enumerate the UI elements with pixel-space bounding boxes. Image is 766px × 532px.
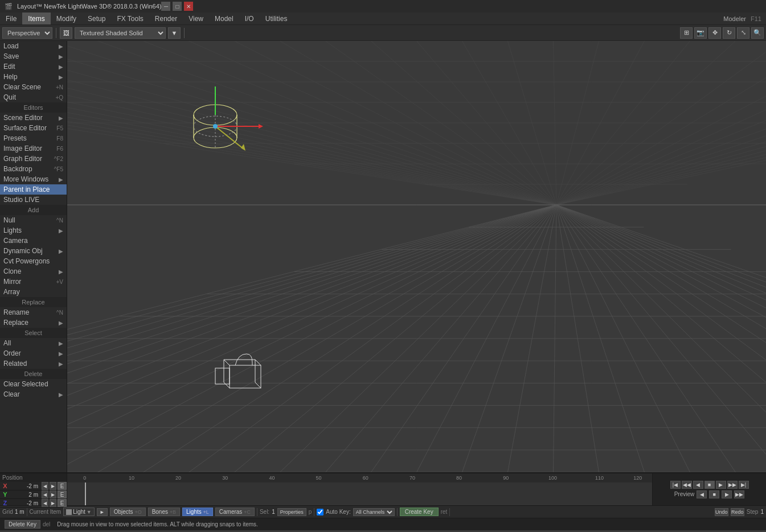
- auto-key-select[interactable]: All Channels Modified: [353, 508, 395, 516]
- menu-setup[interactable]: Setup: [82, 13, 111, 24]
- create-key-btn[interactable]: Create Key: [400, 508, 439, 516]
- sidebar-order[interactable]: Order ▶: [0, 348, 67, 358]
- menu-render[interactable]: Render: [149, 13, 183, 24]
- preview-stop-btn[interactable]: ■: [709, 490, 719, 498]
- menu-view[interactable]: View: [183, 13, 209, 24]
- properties-expand-btn[interactable]: ►: [97, 508, 108, 516]
- sidebar-load[interactable]: Load ▶: [0, 41, 67, 51]
- sidebar-clear-selected[interactable]: Clear Selected: [0, 379, 67, 389]
- delete-key-btn[interactable]: Delete Key: [5, 520, 40, 529]
- x-e-btn[interactable]: E: [58, 482, 67, 490]
- render-mode-arrow[interactable]: ▼: [168, 27, 181, 39]
- menu-items[interactable]: Items: [22, 13, 50, 24]
- sidebar-more-windows[interactable]: More Windows ▶: [0, 174, 67, 184]
- sidebar-presets[interactable]: Presets F8: [0, 133, 67, 143]
- scale-icon-btn[interactable]: ⤡: [737, 27, 749, 39]
- preview-next-btn[interactable]: ▶▶: [734, 490, 744, 498]
- goto-start-btn[interactable]: |◀: [670, 481, 681, 489]
- y-stepper-right[interactable]: ▶: [50, 490, 56, 498]
- z-stepper-right[interactable]: ▶: [50, 499, 56, 507]
- minimize-button[interactable]: ─: [161, 2, 170, 11]
- z-e-btn[interactable]: E: [58, 499, 67, 507]
- prev-frame-btn[interactable]: ◀◀: [682, 481, 692, 489]
- camera-icon-btn[interactable]: 📷: [694, 27, 707, 39]
- sidebar-help[interactable]: Help ▶: [0, 72, 67, 82]
- play-back-btn[interactable]: ◀: [693, 481, 703, 489]
- menu-fx-tools[interactable]: FX Tools: [111, 13, 149, 24]
- sidebar-replace[interactable]: Replace ▶: [0, 317, 67, 328]
- xyz-timeline-row: Position X -2 m ◀ ▶ E Y 2 m ◀ ▶ E: [0, 473, 766, 505]
- step-value: 1: [760, 509, 764, 515]
- close-button[interactable]: ✕: [184, 2, 193, 11]
- play-btn[interactable]: ▶: [716, 481, 726, 489]
- auto-key-label: Auto Key:: [326, 509, 350, 515]
- sidebar-clone[interactable]: Clone ▶: [0, 266, 67, 277]
- render-mode-select[interactable]: Textured Shaded Solid Wireframe Solid: [75, 27, 166, 39]
- lights-btn[interactable]: Lights +L: [182, 508, 213, 516]
- menu-bar: File Items Modify Setup FX Tools Render …: [0, 13, 766, 25]
- sidebar-graph-editor[interactable]: Graph Editor ^F2: [0, 154, 67, 164]
- sidebar-image-editor[interactable]: Image Editor F6: [0, 143, 67, 154]
- menu-file[interactable]: File: [0, 13, 22, 24]
- goto-end-btn[interactable]: ▶|: [739, 481, 749, 489]
- menu-model[interactable]: Model: [209, 13, 239, 24]
- xyz-panel: Position X -2 m ◀ ▶ E Y 2 m ◀ ▶ E: [0, 473, 67, 505]
- current-item-select[interactable]: Light ▼: [63, 508, 95, 516]
- next-frame-btn[interactable]: ▶▶: [727, 481, 738, 489]
- sidebar-array[interactable]: Array: [0, 287, 67, 297]
- grid-icon-btn[interactable]: ⊞: [680, 27, 693, 39]
- current-item-icon: [66, 509, 72, 515]
- sidebar-mirror[interactable]: Mirror +V: [0, 277, 67, 287]
- title-bar: 🎬 Layout™ NewTek LightWave 3D® 2018.0.3 …: [0, 0, 766, 13]
- sidebar-surface-editor[interactable]: Surface Editor F5: [0, 123, 67, 133]
- rotate-icon-btn[interactable]: ↻: [723, 27, 735, 39]
- sidebar-edit[interactable]: Edit ▶: [0, 61, 67, 72]
- view-select[interactable]: Perspective Top Front Side: [2, 27, 52, 39]
- sidebar-backdrop[interactable]: Backdrop ^F5: [0, 164, 67, 174]
- sidebar-rename[interactable]: Rename ^N: [0, 307, 67, 317]
- editors-header: Editors: [0, 102, 67, 113]
- undo-btn[interactable]: Undo: [715, 508, 728, 516]
- menu-utilities[interactable]: Utilities: [260, 13, 293, 24]
- viewport[interactable]: [67, 41, 766, 472]
- sidebar-save[interactable]: Save ▶: [0, 51, 67, 61]
- menu-modify[interactable]: Modify: [51, 13, 82, 24]
- bones-btn[interactable]: Bones +B: [148, 508, 180, 516]
- y-e-btn[interactable]: E: [58, 490, 67, 498]
- sidebar-dynamic-obj[interactable]: Dynamic Obj ▶: [0, 246, 67, 256]
- preview-play-back-btn[interactable]: ◀: [697, 490, 707, 498]
- y-stepper-left[interactable]: ◀: [42, 490, 48, 498]
- menu-right-area: Modeler F11: [723, 15, 766, 22]
- search-icon-btn[interactable]: 🔍: [751, 27, 764, 39]
- auto-key-checkbox[interactable]: [317, 509, 323, 515]
- cylinder-object: [181, 86, 295, 179]
- sidebar-camera[interactable]: Camera: [0, 236, 67, 246]
- stop-btn[interactable]: ■: [704, 481, 715, 489]
- sidebar-lights[interactable]: Lights ▶: [0, 225, 67, 236]
- sidebar-scene-editor[interactable]: Scene Editor ▶: [0, 113, 67, 123]
- preview-play-fwd-btn[interactable]: ▶: [722, 490, 732, 498]
- redo-btn[interactable]: Redo: [731, 508, 744, 516]
- menu-io[interactable]: I/O: [239, 13, 260, 24]
- timeline-track[interactable]: [67, 482, 652, 505]
- svg-rect-14: [215, 368, 230, 384]
- sidebar-clear[interactable]: Clear ▶: [0, 389, 67, 399]
- xyz-x-row: X -2 m ◀ ▶ E: [0, 482, 67, 490]
- sidebar-cvt-powergons[interactable]: Cvt Powergons: [0, 256, 67, 266]
- sidebar-related[interactable]: Related ▶: [0, 358, 67, 369]
- sidebar-clear-scene[interactable]: Clear Scene +N: [0, 82, 67, 92]
- texture-icon-btn[interactable]: 🖼: [60, 27, 72, 39]
- z-stepper-left[interactable]: ◀: [42, 499, 48, 507]
- sidebar-quit[interactable]: Quit +Q: [0, 92, 67, 102]
- cameras-btn[interactable]: Cameras +C: [215, 508, 255, 516]
- sidebar-null[interactable]: Null ^N: [0, 215, 67, 225]
- objects-btn[interactable]: Objects +O: [110, 508, 146, 516]
- sidebar-studio-live[interactable]: Studio LIVE: [0, 195, 67, 205]
- sidebar-all[interactable]: All ▶: [0, 338, 67, 348]
- move-icon-btn[interactable]: ✥: [708, 27, 721, 39]
- x-stepper-left[interactable]: ◀: [42, 482, 48, 490]
- properties-btn[interactable]: Properties: [277, 508, 306, 516]
- maximize-button[interactable]: □: [173, 2, 182, 11]
- x-stepper-right[interactable]: ▶: [50, 482, 56, 490]
- sidebar-parent-in-place[interactable]: Parent in Place: [0, 184, 67, 195]
